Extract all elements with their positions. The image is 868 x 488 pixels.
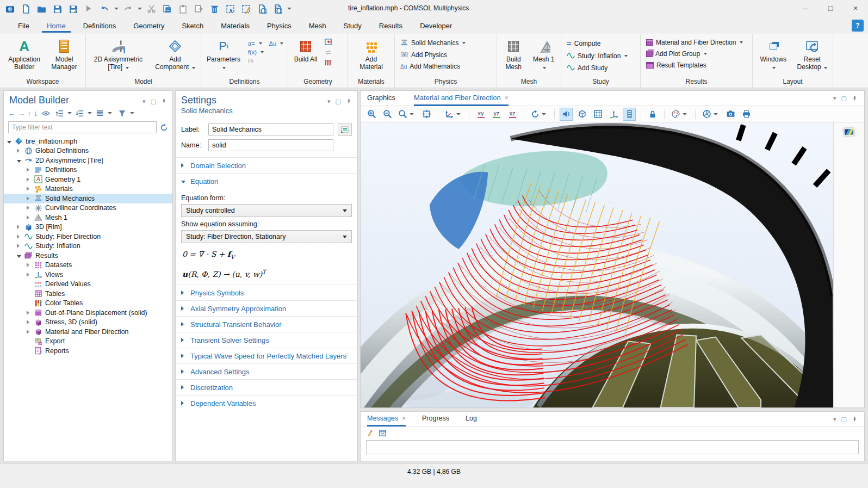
duplicate-icon[interactable]: [194, 4, 203, 14]
panel-menu-icon[interactable]: ▾: [142, 98, 146, 105]
mesh-1-button[interactable]: Mesh 1: [532, 37, 555, 71]
menu-materials[interactable]: Materials: [216, 18, 255, 33]
maximize-button[interactable]: □: [818, 0, 843, 16]
find-icon[interactable]: [257, 4, 266, 14]
tree-item-study-inflation[interactable]: Study: Inflation: [4, 242, 172, 251]
expand-caret[interactable]: [88, 112, 92, 114]
open-messages-window-icon[interactable]: [379, 429, 387, 437]
application-builder-button[interactable]: A Application Builder: [5, 37, 43, 71]
section-wave-speed[interactable]: Typical Wave Speed for Perfectly Matched…: [176, 348, 357, 363]
expand-icon[interactable]: [76, 109, 84, 118]
build-all-button[interactable]: Build All: [294, 37, 318, 63]
result-templates-button[interactable]: Result Templates: [646, 61, 743, 69]
expander-icon[interactable]: [17, 147, 23, 155]
panel-float-icon[interactable]: ▢: [841, 416, 847, 423]
panel-float-icon[interactable]: ▢: [841, 95, 847, 102]
expander-icon[interactable]: [17, 242, 23, 250]
panel-float-icon[interactable]: ▢: [336, 98, 341, 105]
tree-item-mesh-1[interactable]: Mesh 1: [4, 213, 172, 223]
expander-icon[interactable]: [27, 309, 33, 317]
axisymmetric-tire-button[interactable]: 2D Axisymmetric [Tire]: [91, 37, 145, 71]
study-inflation-button[interactable]: Study: Inflation: [567, 52, 628, 60]
panel-menu-icon[interactable]: ▾: [833, 416, 836, 423]
show-icon[interactable]: [42, 109, 50, 118]
tab-log[interactable]: Log: [466, 412, 477, 427]
minimize-button[interactable]: –: [793, 0, 818, 16]
expander-icon[interactable]: [17, 252, 23, 260]
node-group-icon[interactable]: [96, 109, 104, 118]
tab-material-fiber-direction[interactable]: Material and Fiber Direction×: [414, 91, 509, 106]
panel-float-icon[interactable]: ▢: [151, 98, 156, 105]
menu-physics[interactable]: Physics: [262, 18, 296, 33]
tree-item-geometry-1[interactable]: Geometry 1: [4, 175, 172, 184]
lock-icon[interactable]: [646, 108, 659, 121]
snapshot-icon[interactable]: [724, 108, 737, 121]
tree-item-2d-axisymmetric[interactable]: 2D Axisymmetric [Tire]: [4, 156, 172, 165]
functions-button[interactable]: f(x): [248, 49, 257, 55]
tree-item-datasets[interactable]: Datasets: [4, 261, 172, 270]
collapse-icon[interactable]: [55, 109, 64, 118]
panel-menu-icon[interactable]: ▾: [327, 98, 331, 105]
menu-file[interactable]: File: [13, 18, 34, 33]
run-icon[interactable]: [84, 4, 94, 14]
move-up-icon[interactable]: ↑: [28, 109, 32, 118]
expander-icon[interactable]: [27, 166, 33, 174]
expander-icon[interactable]: [27, 204, 33, 212]
tree-item-stress-3d[interactable]: Stress, 3D (solid): [4, 318, 172, 328]
expander-icon[interactable]: [27, 195, 33, 202]
collapse-caret[interactable]: [67, 112, 72, 114]
tree-item-3d-rim[interactable]: 3D [Rim]: [4, 223, 172, 232]
redo-icon[interactable]: [123, 4, 133, 14]
new-file-icon[interactable]: [21, 4, 30, 14]
cut-icon[interactable]: [147, 4, 156, 14]
tree-item-export[interactable]: Export: [4, 337, 172, 347]
tree-item-definitions[interactable]: Definitions: [4, 165, 172, 175]
reset-desktop-button[interactable]: Reset Desktop: [797, 37, 828, 71]
import-geometry-icon[interactable]: [324, 38, 332, 46]
filter-input[interactable]: [8, 121, 157, 133]
copy-icon[interactable]: [163, 4, 172, 14]
section-dependent-variables[interactable]: Dependent Variables: [176, 395, 357, 411]
zoom-out-icon[interactable]: [381, 108, 394, 121]
section-structural-transient[interactable]: Structural Transient Behavior: [176, 316, 357, 332]
save-as-icon[interactable]: [69, 4, 78, 14]
redo-dropdown-caret[interactable]: [138, 8, 142, 10]
pin-icon[interactable]: [852, 416, 858, 422]
close-tab-icon[interactable]: ×: [505, 94, 509, 102]
undo-dropdown-caret[interactable]: [114, 8, 119, 10]
update-geometry-icon[interactable]: [324, 48, 332, 57]
tree-item-derived-values[interactable]: Derived Values: [4, 280, 172, 289]
zoom-in-icon[interactable]: [365, 108, 378, 121]
nonlocal-couplings-button[interactable]: Δu: [269, 40, 276, 47]
pin-icon[interactable]: [852, 95, 858, 101]
section-axial-symmetry[interactable]: Axial Symmetry Approximation: [176, 300, 357, 316]
pin-icon[interactable]: [346, 98, 352, 104]
appearance-icon[interactable]: [669, 108, 690, 121]
geometry-sequence-icon[interactable]: [324, 59, 332, 67]
zoom-box-icon[interactable]: [396, 108, 417, 121]
section-transient-solver[interactable]: Transient Solver Settings: [176, 332, 357, 348]
section-domain-selection[interactable]: Domain Selection: [176, 157, 357, 173]
tree-item-solid-mechanics[interactable]: Solid Mechanics: [4, 194, 172, 203]
tab-graphics[interactable]: Graphics: [367, 91, 395, 106]
view-xy-button[interactable]: xy: [474, 108, 487, 121]
parameter-case-button[interactable]: Pi: [248, 58, 253, 64]
tree-item-study-fiber-direction[interactable]: Study: Fiber Direction: [4, 232, 172, 242]
tab-messages[interactable]: Messages×: [367, 412, 406, 427]
expander-icon[interactable]: [17, 157, 23, 164]
expander-icon[interactable]: [17, 223, 23, 231]
filter-icon[interactable]: [118, 109, 126, 118]
refresh-icon[interactable]: [160, 123, 168, 132]
rotate-view-icon[interactable]: [529, 108, 549, 121]
windows-button[interactable]: Windows: [758, 37, 789, 71]
zoom-extents-icon[interactable]: [420, 108, 433, 121]
name-input[interactable]: [208, 139, 333, 151]
build-mesh-button[interactable]: Build Mesh: [503, 37, 525, 71]
add-study-button[interactable]: Add Study: [567, 64, 628, 72]
undo-icon[interactable]: [100, 4, 109, 14]
expander-icon[interactable]: [27, 176, 33, 183]
expander-icon[interactable]: [27, 328, 33, 336]
expander-icon[interactable]: [27, 318, 33, 326]
close-tab-icon[interactable]: ×: [402, 415, 406, 422]
close-button[interactable]: ×: [843, 0, 868, 16]
